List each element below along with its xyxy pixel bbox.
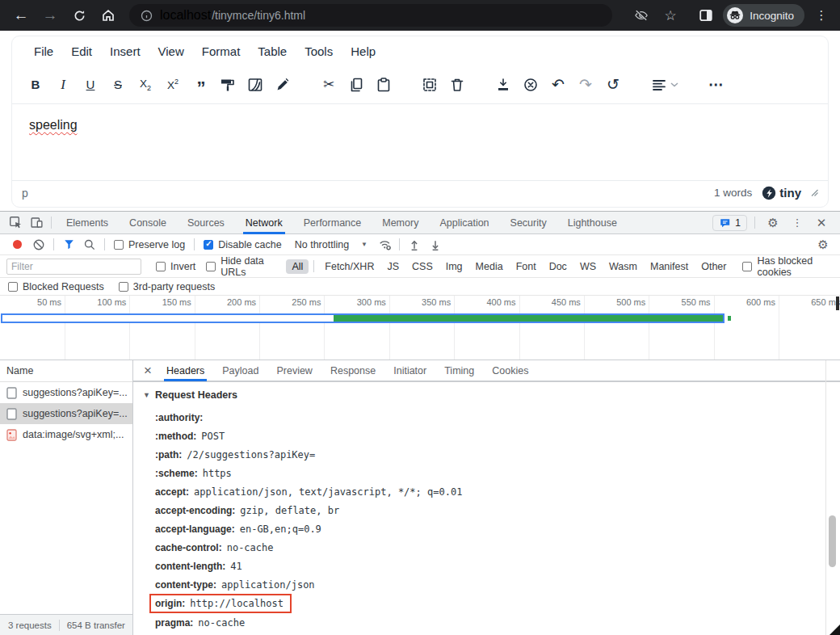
misspelled-word[interactable]: speeling [29, 118, 78, 132]
disable-cache-checkbox[interactable]: Disable cache [204, 239, 282, 250]
tab-memory[interactable]: Memory [372, 212, 429, 234]
devtools-close-icon[interactable]: ✕ [811, 213, 832, 233]
network-settings-icon[interactable]: ⚙ [813, 235, 834, 254]
throttling-select[interactable]: No throttling ▼ [295, 239, 368, 250]
restore-draft-button[interactable]: ↺ [599, 71, 627, 98]
blockquote-button[interactable]: ” [187, 71, 214, 98]
tab-console[interactable]: Console [119, 212, 177, 234]
filter-type-wasm[interactable]: Wasm [603, 259, 643, 274]
back-icon[interactable]: ← [6, 3, 36, 27]
bold-button[interactable]: B [22, 71, 49, 98]
invert-checkbox[interactable]: Invert [156, 261, 195, 272]
scrollbar-thumb[interactable] [829, 515, 836, 567]
inspect-element-icon[interactable] [5, 213, 26, 233]
detail-tab-timing[interactable]: Timing [435, 360, 483, 381]
request-row[interactable]: suggestions?apiKey=... [0, 382, 132, 403]
word-count[interactable]: 1 words [714, 187, 752, 199]
filter-type-ws[interactable]: WS [574, 259, 602, 274]
filter-type-doc[interactable]: Doc [544, 259, 573, 274]
filter-type-fetch-xhr[interactable]: Fetch/XHR [319, 259, 380, 274]
select-all-button[interactable] [416, 71, 443, 98]
tab-security[interactable]: Security [500, 212, 557, 234]
paste-button[interactable] [370, 71, 397, 98]
subscript-button[interactable]: X2 [132, 71, 159, 98]
blocked-requests-checkbox[interactable]: Blocked Requests [8, 281, 104, 292]
resize-corner[interactable] [830, 624, 840, 635]
permanent-pen-button[interactable] [269, 71, 296, 98]
detail-tab-cookies[interactable]: Cookies [483, 360, 537, 381]
import-har-icon[interactable] [404, 235, 425, 254]
edit-image-button[interactable] [242, 71, 269, 98]
request-row[interactable]: data:image/svg+xml;... [0, 424, 132, 445]
third-party-checkbox[interactable]: 3rd-party requests [119, 281, 215, 292]
menu-view[interactable]: View [149, 41, 193, 61]
element-path[interactable]: p [22, 187, 28, 200]
tab-performance[interactable]: Performance [293, 212, 372, 234]
detail-tab-headers[interactable]: Headers [158, 360, 213, 381]
editor-content[interactable]: speeling [12, 103, 828, 180]
format-painter-button[interactable] [214, 71, 242, 98]
cut-button[interactable]: ✂ [315, 71, 342, 98]
more-button[interactable]: ⋯ [703, 71, 730, 98]
superscript-button[interactable]: X2 [159, 71, 187, 98]
tab-application[interactable]: Application [429, 212, 499, 234]
timeline-scrollbar[interactable] [836, 296, 839, 310]
menu-edit[interactable]: Edit [62, 41, 101, 61]
record-icon[interactable] [13, 240, 22, 249]
align-button[interactable] [645, 71, 684, 98]
tab-network[interactable]: Network [235, 212, 293, 234]
filter-type-img[interactable]: Img [440, 259, 468, 274]
request-headers-section[interactable]: ▼ Request Headers [143, 389, 840, 401]
name-column-header[interactable]: Name [0, 360, 132, 382]
tiny-brand[interactable]: tiny [762, 186, 801, 200]
preserve-log-checkbox[interactable]: Preserve log [114, 239, 185, 250]
menu-file[interactable]: File [25, 41, 62, 61]
side-panel-icon[interactable] [694, 3, 718, 27]
devtools-menu-icon[interactable]: ⋮ [787, 213, 808, 233]
detail-tab-preview[interactable]: Preview [267, 360, 321, 381]
save-button[interactable] [489, 71, 517, 98]
underline-button[interactable]: U [77, 71, 104, 98]
clear-icon[interactable] [28, 235, 49, 254]
chrome-menu-icon[interactable]: ⋮ [809, 3, 834, 27]
network-search-icon[interactable] [79, 235, 100, 254]
reload-icon[interactable] [65, 3, 94, 27]
delete-button[interactable] [443, 71, 471, 98]
home-icon[interactable] [94, 3, 123, 27]
tab-sources[interactable]: Sources [177, 212, 235, 234]
filter-type-js[interactable]: JS [381, 259, 405, 274]
filter-funnel-icon[interactable] [58, 235, 79, 254]
request-row[interactable]: suggestions?apiKey=... [0, 403, 132, 424]
issues-badge[interactable]: 1 [712, 215, 747, 231]
tab-elements[interactable]: Elements [56, 212, 119, 234]
info-icon[interactable] [141, 10, 153, 22]
filter-type-media[interactable]: Media [470, 259, 509, 274]
cancel-button[interactable] [517, 71, 544, 98]
detail-tab-initiator[interactable]: Initiator [384, 360, 435, 381]
undo-button[interactable]: ↶ [544, 71, 572, 98]
network-conditions-icon[interactable] [374, 235, 395, 254]
device-toolbar-icon[interactable] [26, 213, 47, 233]
incognito-badge[interactable]: Incognito [723, 4, 804, 27]
filter-type-all[interactable]: All [286, 259, 309, 274]
italic-button[interactable]: I [49, 71, 77, 98]
filter-type-manifest[interactable]: Manifest [645, 259, 694, 274]
filter-input[interactable] [6, 259, 141, 275]
detail-tab-payload[interactable]: Payload [213, 360, 267, 381]
redo-button[interactable]: ↷ [572, 71, 599, 98]
resize-handle-icon[interactable] [811, 189, 818, 196]
menu-format[interactable]: Format [193, 41, 250, 61]
privacy-eye-icon[interactable] [629, 3, 653, 27]
hide-data-urls-checkbox[interactable]: Hide data URLs [206, 255, 279, 278]
bookmark-star-icon[interactable]: ☆ [658, 3, 682, 27]
strikethrough-button[interactable]: S [104, 71, 132, 98]
has-blocked-cookies-checkbox[interactable]: Has blocked cookies [742, 255, 834, 278]
url-bar[interactable]: localhost/tinymce/tiny6.html [129, 4, 612, 27]
tab-lighthouse[interactable]: Lighthouse [557, 212, 628, 234]
detail-close-icon[interactable]: × [138, 361, 158, 381]
filter-type-font[interactable]: Font [510, 259, 542, 274]
devtools-settings-icon[interactable]: ⚙ [762, 213, 783, 233]
filter-type-other[interactable]: Other [695, 259, 732, 274]
menu-insert[interactable]: Insert [101, 41, 149, 61]
menu-table[interactable]: Table [249, 41, 296, 61]
